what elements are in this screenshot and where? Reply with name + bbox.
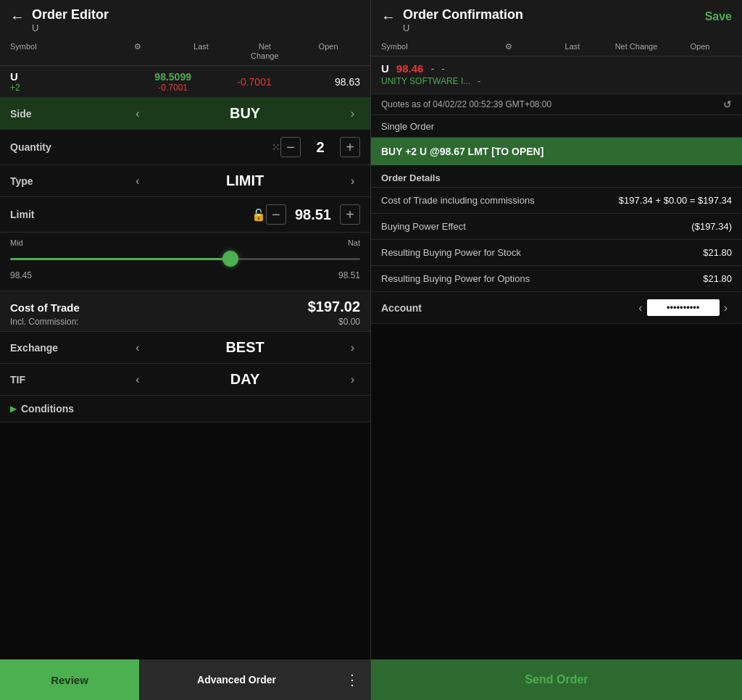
symbol-col-left: U +2 [10,70,132,93]
back-arrow-right[interactable]: ← [381,9,396,25]
advanced-order-button[interactable]: Advanced Order [139,659,334,700]
quotes-text: Quotes as of 04/02/22 00:52:39 GMT+08:00 [381,99,723,109]
detail-label-3: Resulting Buying Power for Options [381,273,591,284]
detail-value-1: ($197.34) [591,221,732,232]
symbol-info-row-1: U 98.46 - - [381,62,732,75]
quantity-value: 2 [309,139,331,156]
sym-company-name: UNITY SOFTWARE I... [381,76,470,86]
bottom-bar-left: Review Advanced Order ⋮ [0,659,370,700]
order-details-label: Order Details [381,172,441,183]
detail-value-2: $21.80 [591,247,732,258]
account-next-arrow[interactable]: › [720,301,732,314]
side-next-arrow[interactable]: › [345,107,360,120]
side-label: Side [10,108,130,120]
more-options-button[interactable]: ⋮ [334,659,370,700]
tif-value: DAY [145,371,344,388]
gear-icon-right[interactable]: ⚙ [477,42,541,51]
conditions-row[interactable]: ▶ Conditions [0,396,370,422]
cost-value: $197.02 [308,299,360,315]
quotes-row: Quotes as of 04/02/22 00:52:39 GMT+08:00… [371,94,742,115]
review-button[interactable]: Review [0,659,139,700]
cost-top: Cost of Trade $197.02 [10,299,360,315]
account-label: Account [381,302,634,314]
order-confirmation-subtitle: U [403,22,698,33]
exchange-next-arrow[interactable]: › [345,341,360,354]
order-highlight-row: BUY +2 U @98.67 LMT [TO OPEN] [371,138,742,165]
slider-left-val: 98.45 [10,270,32,280]
type-value: LIMIT [145,172,344,189]
type-row: Type ‹ LIMIT › [0,165,370,197]
account-row: Account ‹ •••••••••• › [371,292,742,324]
quantity-controls: − 2 + [280,137,360,157]
refresh-icon[interactable]: ↺ [723,99,732,110]
exchange-prev-arrow[interactable]: ‹ [130,341,145,354]
account-value: •••••••••• [647,299,720,316]
limit-increment[interactable]: + [340,204,360,225]
symbol-name-left: U [10,70,132,83]
detail-row-0: Cost of Trade including commissions $197… [371,188,742,214]
cost-bottom: Incl. Commission: $0.00 [10,317,360,327]
send-order-button[interactable]: Send Order [371,659,742,700]
col-net-change-right: Net Change [604,42,668,51]
tif-next-arrow[interactable]: › [345,373,360,386]
slider-track [10,258,360,260]
side-value: BUY [145,105,344,122]
sym-company-dash: - [478,76,480,86]
side-row: Side ‹ BUY › [0,98,370,130]
col-symbol-left: Symbol [10,42,106,61]
table-header-left: Symbol ⚙ Last Net Change Open [0,38,370,66]
cost-sub-label: Incl. Commission: [10,317,79,327]
detail-value-0: $197.34 + $0.00 = $197.34 [591,195,732,206]
back-arrow-left[interactable]: ← [10,9,25,25]
symbol-open-left: 98.63 [295,76,360,88]
quantity-label: Quantity [10,141,267,153]
tif-prev-arrow[interactable]: ‹ [130,373,145,386]
type-next-arrow[interactable]: › [345,175,360,188]
gear-icon-left[interactable]: ⚙ [106,42,170,61]
symbol-net-left: -0.7001 [214,76,295,88]
side-prev-arrow[interactable]: ‹ [130,107,145,120]
detail-row-1: Buying Power Effect ($197.34) [371,214,742,240]
detail-row-3: Resulting Buying Power for Options $21.8… [371,266,742,292]
account-prev-arrow[interactable]: ‹ [634,301,646,314]
save-button[interactable]: Save [705,10,732,23]
quantity-decrement[interactable]: − [280,137,301,157]
quantity-row: Quantity ⁙ − 2 + [0,130,370,165]
slider-right-val: 98.51 [338,270,360,280]
order-editor-header: ← Order Editor U [0,0,370,38]
col-symbol-right: Symbol [381,42,477,51]
col-last-right: Last [541,42,604,51]
symbol-last-left: 98.5099 -0.7001 [132,71,213,93]
detail-label-0: Cost of Trade including commissions [381,195,591,206]
slider-fill [10,258,238,260]
symbol-row-left: U +2 98.5099 -0.7001 -0.7001 98.63 [0,66,370,98]
conditions-arrow-icon: ▶ [10,404,17,414]
single-order-row: Single Order [371,115,742,138]
quantity-increment[interactable]: + [340,137,360,157]
slider-left-label: Mid [10,238,23,247]
lock-icon[interactable]: 🔓 [251,208,266,222]
order-highlight-text: BUY +2 U @98.67 LMT [TO OPEN] [381,146,543,157]
cost-sub-value: $0.00 [338,317,360,327]
limit-label: Limit [10,209,247,220]
send-order-bar: Send Order [371,659,742,700]
limit-decrement[interactable]: − [266,204,286,225]
col-last-left: Last [170,42,233,61]
single-order-text: Single Order [381,121,434,132]
order-editor-subtitle: U [32,22,360,33]
exchange-row: Exchange ‹ BEST › [0,332,370,364]
limit-row: Limit 🔓 − 98.51 + [0,197,370,233]
slider-track-wrapper[interactable] [10,250,360,267]
exchange-value: BEST [145,339,344,356]
slider-thumb[interactable] [222,251,238,267]
order-details-header: Order Details [371,165,742,188]
exchange-label: Exchange [10,342,130,354]
order-editor-title: Order Editor [32,7,360,22]
symbol-change-left: +2 [10,83,132,93]
symbol-last-val-left: 98.5099 [132,71,213,83]
quantity-icon: ⁙ [272,141,280,153]
symbol-last-sub-left: -0.7001 [132,83,213,93]
type-prev-arrow[interactable]: ‹ [130,175,145,188]
header-title-block-left: Order Editor U [32,7,360,33]
sym-price-red: 98.46 [396,62,424,75]
